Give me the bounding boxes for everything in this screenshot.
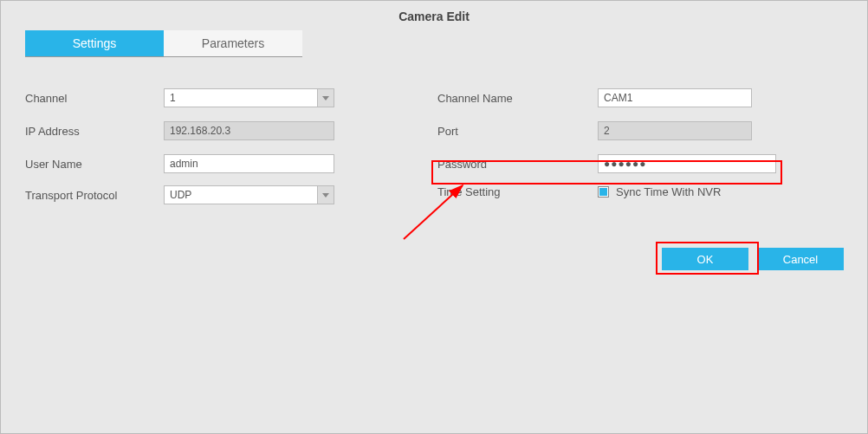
user-name-input[interactable] — [164, 154, 334, 173]
button-bar: OK Cancel — [662, 248, 844, 270]
tab-settings[interactable]: Settings — [25, 30, 164, 56]
user-name-label: User Name — [25, 158, 164, 171]
cancel-button[interactable]: Cancel — [757, 248, 844, 270]
tabs: Settings Parameters — [25, 30, 302, 57]
channel-name-input[interactable] — [598, 88, 752, 107]
chevron-down-icon[interactable] — [317, 185, 334, 204]
transport-protocol-select[interactable] — [164, 185, 334, 204]
port-label: Port — [437, 125, 598, 138]
channel-value[interactable] — [164, 88, 334, 107]
ok-button[interactable]: OK — [662, 248, 748, 270]
transport-protocol-value[interactable] — [164, 185, 334, 204]
password-input[interactable] — [598, 154, 776, 173]
channel-name-label: Channel Name — [437, 92, 598, 105]
time-setting-label: Time Setting — [437, 185, 598, 198]
password-label: Password — [437, 158, 598, 171]
transport-protocol-label: Transport Protocol — [25, 189, 164, 202]
sync-time-label: Sync Time With NVR — [616, 185, 721, 198]
ip-address-input — [164, 121, 334, 140]
chevron-down-icon[interactable] — [317, 88, 334, 107]
checkbox-icon[interactable] — [598, 186, 609, 198]
tab-parameters[interactable]: Parameters — [164, 30, 302, 56]
dialog-title: Camera Edit — [1, 1, 867, 30]
port-input — [598, 121, 752, 140]
channel-select[interactable] — [164, 88, 334, 107]
ip-address-label: IP Address — [25, 125, 164, 138]
sync-time-checkbox[interactable]: Sync Time With NVR — [598, 185, 721, 198]
channel-label: Channel — [25, 92, 164, 105]
